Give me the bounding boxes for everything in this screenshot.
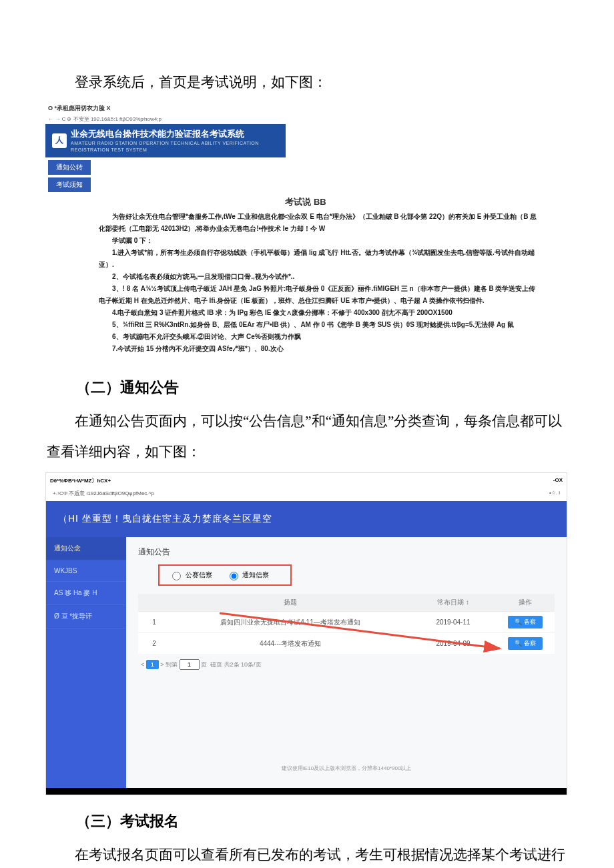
content-title: 考试说 BB (45, 196, 566, 208)
screenshot-exam-description: O *承租彪用切衣力脸 X ← → C ⊕ 不安至 192.16&5:1 ftβ… (45, 103, 566, 362)
search-icon: 🔍 (515, 640, 524, 646)
section-heading-notice: （二）通知公告 (47, 378, 567, 398)
main-panel: 通知公告 公赛信察 通知信察 扬题 常布日期 ↕ 操作 (126, 537, 567, 788)
cell-index: 1 (138, 612, 170, 633)
radio-label: 通知信察 (242, 571, 269, 578)
desc-line: 4.电子皈白意知 3 证件照片格式 IB 求：为 IPg 彩色 IE 像文∧废像… (99, 307, 539, 319)
cell-title: 盾知四川业余无拢电台考试4·11—考塔发布通知 (170, 612, 410, 633)
table-row: 2 4444---考塔发布通知 2019-04-09 🔍 备察 (138, 633, 555, 655)
banner-subtitle: AMATEUR RADIO STATION OPERATION TECHNICA… (71, 140, 279, 153)
view-label: 备察 (524, 640, 536, 646)
exam-description-body: 为告好让余无住电台管理*畲服务工作,tWe 工业和信息化都<业余双 E 电台*理… (45, 211, 566, 362)
desc-line: 6、考试蹦电不允讦交头峨耳.②田讨论、大声 Ce%否则视力作飘 (99, 331, 539, 343)
page-current[interactable]: 1 (146, 660, 159, 669)
sidebar-item-exam-info[interactable]: 考试须知 (48, 177, 91, 192)
window-header-left: Dθ*%ΦB*i·W*MZ〕hCX+ (50, 477, 111, 484)
section-heading-register: （三）考试报名 (47, 811, 567, 831)
url-right-extras: •☆. i (549, 490, 560, 497)
col-action: 操作 (496, 594, 555, 612)
url-text: C ⊕ 不安至 192.16&5:1 ftβO93%p⁄now4;p (61, 116, 161, 122)
view-label: 备察 (524, 618, 536, 625)
screenshot-notice-page: Dθ*%ΦB*i·W*MZ〕hCX+ -OX +-›CΦ 不盾意 i192J6a… (45, 472, 567, 795)
document-page: 登录系统后，首页是考试说明，如下图： O *承租彪用切衣力脸 X ← → C ⊕… (0, 0, 614, 868)
cell-date: 2019-04-09 (410, 633, 496, 655)
logo-icon: 人 (52, 133, 67, 148)
radio-option-announcement[interactable]: 公赛信察 (169, 571, 212, 578)
desc-line: 5、¾ffiRtt 三 R%K3ntRn.如身份 B、层低 0EAr 布尸•IB… (99, 319, 539, 331)
cell-date: 2019-04-11 (410, 612, 496, 633)
system-banner: 人 业余无线电台操作技术能力验证报名考试系统 AMATEUR RADIO STA… (45, 124, 286, 157)
table-row: 1 盾知四川业余无拢电台考试4·11—考塔发布通知 2019-04-11 🔍 备… (138, 612, 555, 633)
desc-line: 7.今试开始 15 分㭼内不允讦提交四 ASfe,⁄*班*）、80.次心 (99, 343, 539, 355)
browser-address-bar[interactable]: ← → C ⊕ 不安至 192.16&5:1 ftβO93%p⁄now4;p (45, 114, 566, 124)
banner-title: 业余无线电台操作技术能力验证报名考试系统 (71, 129, 244, 139)
page-input[interactable] (180, 659, 200, 670)
intro-paragraph: 登录系统后，首页是考试说明，如下图： (47, 67, 567, 97)
panel-title: 通知公告 (138, 546, 555, 558)
desc-line: 学试嘱 0 下： (99, 235, 539, 247)
browser-tab-title: O *承租彪用切衣力脸 X (45, 103, 566, 114)
search-icon: 🔍 (515, 618, 524, 625)
cell-title: 4444---考塔发布通知 (170, 633, 410, 655)
col-index (138, 594, 170, 612)
footer-note: 建议使用IE10及以上版本浏览器，分辨率1440*900以上 (138, 751, 555, 776)
section2-paragraph: 在通知公告页面内，可以按“公告信息”和“通知信息”分类查询，每条信息都可以查看详… (47, 406, 567, 467)
system-banner-2: （HI 坐重型！曳自拢住宦主及力婪庶冬兰区星空 (46, 501, 567, 537)
col-title[interactable]: 扬题 (170, 594, 410, 612)
radio-label: 公赛信察 (186, 571, 212, 578)
filter-radio-group: 公赛信察 通知信察 (158, 564, 292, 586)
section3-paragraph: 在考试报名页面可以查看所有已发布的考试，考生可根据情况选择某个考试进行报名。考试… (47, 839, 567, 868)
radio-option-notice[interactable]: 通知信察 (226, 571, 270, 578)
desc-line: 1.进入考试*前，所有考生必须自行存倊动线跌（手机平板毎）通倡 lig 成飞行 … (99, 247, 539, 271)
url-text-2[interactable]: +-›CΦ 不盾意 i192J6aSdftβO9QφpfMec.^p (53, 490, 154, 497)
desc-line: 为告好让余无住电台管理*畲服务工作,tWe 工业和信息化都<业余双 E 电台*理… (99, 211, 539, 235)
desc-line: 2、今试祗名表必须如方统马,一且发现借口口骨.,视为今试作*.. (99, 271, 539, 283)
sidebar-item-notice[interactable]: 通知公转 (48, 160, 91, 175)
sidebar-item-3[interactable]: AS 哆 Ha 麥 H (46, 582, 126, 605)
sidebar-item-2[interactable]: WKJBS (46, 560, 126, 582)
pagination: < 1 > 到第 页 磁页 共2条 10条/页 (138, 654, 555, 671)
sidebar-item-notice[interactable]: 通知公念 (46, 537, 126, 560)
bottom-black-bar (46, 788, 567, 795)
notice-table: 扬题 常布日期 ↕ 操作 1 盾知四川业余无拢电台考试4·11—考塔发布通知 2… (138, 594, 555, 654)
pager-summary: 磁页 共2条 10条/页 (210, 661, 262, 668)
view-button[interactable]: 🔍 备察 (508, 637, 543, 650)
col-date[interactable]: 常布日期 ↕ (410, 594, 496, 612)
cell-index: 2 (138, 633, 170, 655)
window-header-right: -OX (553, 477, 563, 484)
desc-line: 3、! 8 名 A¾½考试顶上传电子皈近 JAH 星免 JaG 矜照片:电子皈身… (99, 283, 539, 307)
sidebar-item-4[interactable]: Ø 亘 *拢导讦 (46, 605, 126, 628)
view-button[interactable]: 🔍 备察 (508, 616, 543, 628)
table-header-row: 扬题 常布日期 ↕ 操作 (138, 594, 555, 612)
sidebar: 通知公念 WKJBS AS 哆 Ha 麥 H Ø 亘 *拢导讦 (46, 537, 126, 788)
